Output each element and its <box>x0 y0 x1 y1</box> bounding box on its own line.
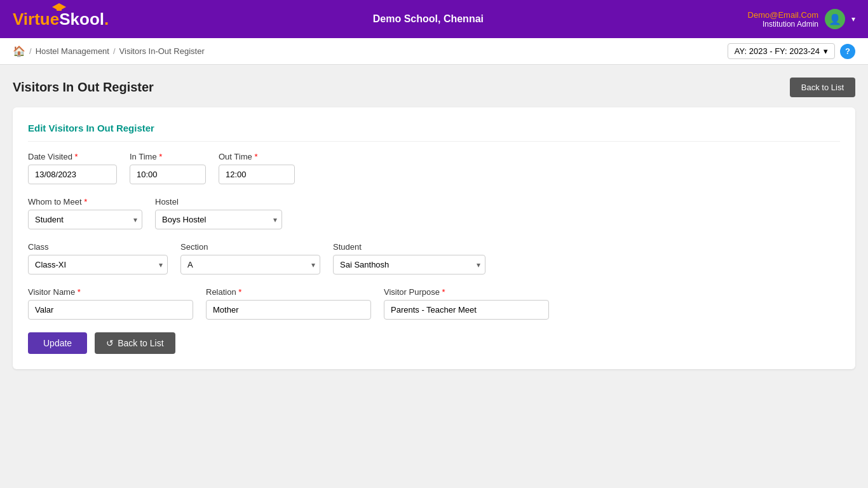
visitor-name-group: Visitor Name * <box>28 287 193 320</box>
visitor-name-input[interactable] <box>28 300 193 320</box>
page-header: Visitors In Out Register Back to List <box>13 78 855 97</box>
whom-to-meet-group: Whom to Meet * Student ▾ <box>28 197 142 229</box>
page-title: Visitors In Out Register <box>13 80 154 95</box>
student-select-wrapper: Sai Santhosh ▾ <box>333 255 485 274</box>
breadcrumb-sep-1: / <box>29 46 32 56</box>
header: VirtueSkool. Demo School, Chennai Demo@E… <box>0 0 868 38</box>
form-card: Edit Visitors In Out Register Date Visit… <box>13 107 855 369</box>
whom-to-meet-label: Whom to Meet * <box>28 197 142 207</box>
date-visited-input[interactable] <box>28 165 117 184</box>
back-to-list-form-button[interactable]: ↺ Back to List <box>95 332 175 354</box>
student-label: Student <box>333 242 485 252</box>
date-visited-group: Date Visited * <box>28 152 117 184</box>
class-select[interactable]: Class-XI <box>28 255 168 274</box>
hostel-label: Hostel <box>155 197 282 207</box>
logo-dot: . <box>104 10 109 29</box>
date-visited-label: Date Visited * <box>28 152 117 161</box>
section-group: Section A ▾ <box>180 242 320 274</box>
back-to-list-header-button[interactable]: Back to List <box>790 78 855 97</box>
visitor-purpose-input[interactable] <box>384 300 549 320</box>
section-select[interactable]: A <box>180 255 320 274</box>
refresh-icon: ↺ <box>106 338 114 348</box>
relation-input[interactable] <box>206 300 371 320</box>
whom-to-meet-select[interactable]: Student <box>28 210 142 229</box>
whom-to-meet-select-wrapper: Student ▾ <box>28 210 142 229</box>
hostel-group: Hostel Boys Hostel ▾ <box>155 197 282 229</box>
relation-group: Relation * <box>206 287 371 320</box>
user-role: Institution Admin <box>748 20 818 29</box>
student-select[interactable]: Sai Santhosh <box>333 255 485 274</box>
class-label: Class <box>28 242 168 252</box>
home-icon[interactable]: 🏠 <box>13 45 25 57</box>
form-actions: Update ↺ Back to List <box>28 332 840 354</box>
breadcrumb-current: Visitors In-Out Register <box>119 46 205 56</box>
visitor-purpose-group: Visitor Purpose * <box>384 287 549 320</box>
form-row-4: Visitor Name * Relation * Visitor Purpos… <box>28 287 840 320</box>
breadcrumb-hostel-management[interactable]: Hostel Management <box>36 46 109 56</box>
visitor-purpose-label: Visitor Purpose * <box>384 287 549 297</box>
class-group: Class Class-XI ▾ <box>28 242 168 274</box>
in-time-input[interactable] <box>130 165 206 184</box>
form-row-3: Class Class-XI ▾ Section A ▾ Stu <box>28 242 840 274</box>
student-group: Student Sai Santhosh ▾ <box>333 242 485 274</box>
graduation-cap-icon <box>52 3 66 12</box>
out-time-input[interactable] <box>219 165 295 184</box>
back-btn-label: Back to List <box>118 338 163 348</box>
hostel-select-wrapper: Boys Hostel ▾ <box>155 210 282 229</box>
in-time-group: In Time * <box>130 152 206 184</box>
update-button[interactable]: Update <box>28 332 87 354</box>
ay-chevron-icon: ▾ <box>824 46 828 56</box>
svg-rect-1 <box>57 8 62 11</box>
form-row-2: Whom to Meet * Student ▾ Hostel Boys Hos… <box>28 197 840 229</box>
class-select-wrapper: Class-XI ▾ <box>28 255 168 274</box>
user-info: Demo@Email.Com Institution Admin <box>748 10 818 29</box>
breadcrumb-right: AY: 2023 - FY: 2023-24 ▾ ? <box>728 43 855 59</box>
user-menu[interactable]: Demo@Email.Com Institution Admin 👤 ▾ <box>748 9 855 29</box>
page-content: Visitors In Out Register Back to List Ed… <box>0 65 868 382</box>
in-time-label: In Time * <box>130 152 206 161</box>
form-row-1: Date Visited * In Time * Out Time * <box>28 152 840 184</box>
form-section-title: Edit Visitors In Out Register <box>28 123 840 142</box>
relation-label: Relation * <box>206 287 371 297</box>
section-label: Section <box>180 242 320 252</box>
logo: VirtueSkool. <box>13 10 109 29</box>
user-email: Demo@Email.Com <box>748 10 818 20</box>
ay-selector[interactable]: AY: 2023 - FY: 2023-24 ▾ <box>728 43 835 59</box>
section-select-wrapper: A ▾ <box>180 255 320 274</box>
breadcrumb: 🏠 / Hostel Management / Visitors In-Out … <box>13 45 205 57</box>
visitor-name-label: Visitor Name * <box>28 287 193 297</box>
avatar: 👤 <box>825 9 845 29</box>
hostel-select[interactable]: Boys Hostel <box>155 210 282 229</box>
ay-label: AY: 2023 - FY: 2023-24 <box>735 46 820 56</box>
breadcrumb-bar: 🏠 / Hostel Management / Visitors In-Out … <box>0 38 868 65</box>
chevron-down-icon[interactable]: ▾ <box>851 15 855 24</box>
school-name: Demo School, Chennai <box>373 13 484 25</box>
out-time-group: Out Time * <box>219 152 295 184</box>
help-button[interactable]: ? <box>840 44 855 59</box>
out-time-label: Out Time * <box>219 152 295 161</box>
breadcrumb-sep-2: / <box>113 46 116 56</box>
